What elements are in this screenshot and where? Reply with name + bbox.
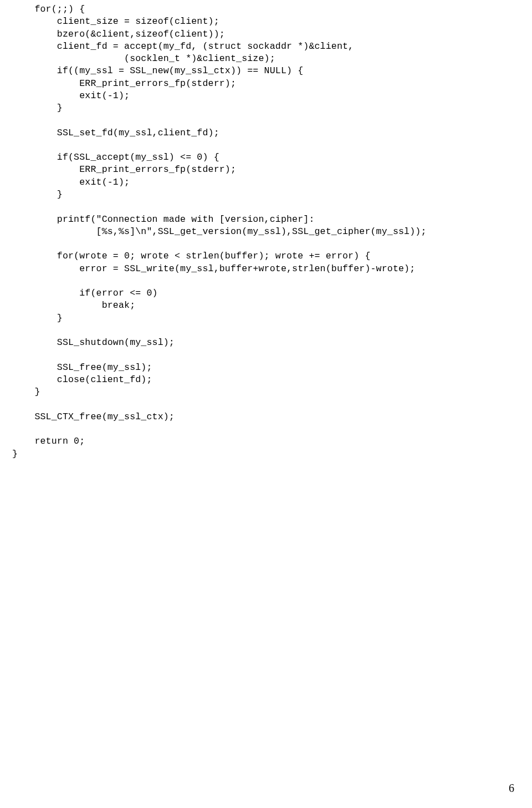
code-listing: for(;;) { client_size = sizeof(client); … [0, 0, 532, 460]
page-number: 6 [509, 781, 514, 796]
